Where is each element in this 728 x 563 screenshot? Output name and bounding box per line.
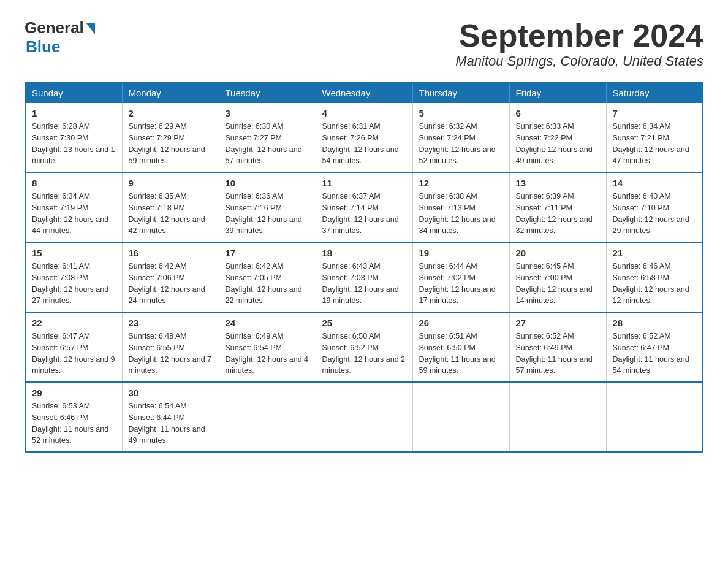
day-info: Sunrise: 6:46 AMSunset: 6:58 PMDaylight:… — [613, 261, 697, 307]
day-info: Sunrise: 6:42 AMSunset: 7:05 PMDaylight:… — [226, 261, 309, 307]
day-info: Sunrise: 6:41 AMSunset: 7:08 PMDaylight:… — [32, 261, 116, 307]
header-saturday: Saturday — [606, 82, 703, 103]
calendar-week-row: 15Sunrise: 6:41 AMSunset: 7:08 PMDayligh… — [25, 242, 703, 312]
calendar-day-cell: 2Sunrise: 6:29 AMSunset: 7:29 PMDaylight… — [122, 103, 219, 172]
calendar-week-row: 29Sunrise: 6:53 AMSunset: 6:46 PMDayligh… — [25, 382, 703, 452]
day-number: 28 — [613, 318, 697, 328]
day-number: 24 — [226, 318, 309, 328]
logo-general-text: General — [25, 18, 84, 37]
calendar-day-cell: 27Sunrise: 6:52 AMSunset: 6:49 PMDayligh… — [509, 312, 606, 382]
calendar-day-cell: 24Sunrise: 6:49 AMSunset: 6:54 PMDayligh… — [219, 312, 316, 382]
calendar-week-row: 22Sunrise: 6:47 AMSunset: 6:57 PMDayligh… — [25, 312, 703, 382]
day-number: 10 — [226, 178, 309, 188]
day-number: 5 — [419, 108, 503, 118]
calendar-week-row: 1Sunrise: 6:28 AMSunset: 7:30 PMDaylight… — [25, 103, 703, 172]
day-info: Sunrise: 6:31 AMSunset: 7:26 PMDaylight:… — [322, 121, 406, 167]
day-info: Sunrise: 6:28 AMSunset: 7:30 PMDaylight:… — [32, 121, 116, 167]
header-monday: Monday — [122, 82, 219, 103]
day-info: Sunrise: 6:49 AMSunset: 6:54 PMDaylight:… — [226, 331, 309, 377]
day-info: Sunrise: 6:32 AMSunset: 7:24 PMDaylight:… — [419, 121, 503, 167]
location-title: Manitou Springs, Colorado, United States — [455, 53, 703, 69]
day-info: Sunrise: 6:54 AMSunset: 6:44 PMDaylight:… — [129, 400, 213, 446]
day-info: Sunrise: 6:36 AMSunset: 7:16 PMDaylight:… — [226, 191, 309, 237]
day-number: 19 — [419, 248, 503, 258]
day-number: 18 — [322, 248, 406, 258]
day-info: Sunrise: 6:38 AMSunset: 7:13 PMDaylight:… — [419, 191, 503, 237]
calendar-header-row: SundayMondayTuesdayWednesdayThursdayFrid… — [25, 82, 703, 103]
day-info: Sunrise: 6:51 AMSunset: 6:50 PMDaylight:… — [419, 331, 503, 377]
calendar-day-cell: 23Sunrise: 6:48 AMSunset: 6:55 PMDayligh… — [122, 312, 219, 382]
calendar-day-cell: 14Sunrise: 6:40 AMSunset: 7:10 PMDayligh… — [606, 172, 703, 242]
calendar-day-cell — [509, 382, 606, 452]
calendar-day-cell: 16Sunrise: 6:42 AMSunset: 7:06 PMDayligh… — [122, 242, 219, 312]
header-wednesday: Wednesday — [316, 82, 412, 103]
calendar-day-cell: 29Sunrise: 6:53 AMSunset: 6:46 PMDayligh… — [25, 382, 122, 452]
calendar-table: SundayMondayTuesdayWednesdayThursdayFrid… — [25, 82, 703, 453]
calendar-day-cell — [219, 382, 316, 452]
calendar-day-cell: 9Sunrise: 6:35 AMSunset: 7:18 PMDaylight… — [122, 172, 219, 242]
day-info: Sunrise: 6:50 AMSunset: 6:52 PMDaylight:… — [322, 331, 406, 377]
day-info: Sunrise: 6:33 AMSunset: 7:22 PMDaylight:… — [516, 121, 600, 167]
day-info: Sunrise: 6:52 AMSunset: 6:47 PMDaylight:… — [613, 331, 697, 377]
calendar-day-cell: 28Sunrise: 6:52 AMSunset: 6:47 PMDayligh… — [606, 312, 703, 382]
day-number: 21 — [613, 248, 697, 258]
calendar-day-cell: 30Sunrise: 6:54 AMSunset: 6:44 PMDayligh… — [122, 382, 219, 452]
calendar-day-cell: 13Sunrise: 6:39 AMSunset: 7:11 PMDayligh… — [509, 172, 606, 242]
calendar-day-cell: 8Sunrise: 6:34 AMSunset: 7:19 PMDaylight… — [25, 172, 122, 242]
logo: General Blue — [25, 18, 95, 56]
day-number: 27 — [516, 318, 600, 328]
calendar-day-cell: 10Sunrise: 6:36 AMSunset: 7:16 PMDayligh… — [219, 172, 316, 242]
month-title: September 2024 — [455, 18, 703, 53]
day-info: Sunrise: 6:53 AMSunset: 6:46 PMDaylight:… — [32, 400, 116, 446]
header-friday: Friday — [509, 82, 606, 103]
day-number: 23 — [129, 318, 213, 328]
title-area: September 2024 Manitou Springs, Colorado… — [455, 18, 703, 69]
day-number: 12 — [419, 178, 503, 188]
page-header: General Blue September 2024 Manitou Spri… — [25, 18, 703, 69]
calendar-day-cell: 4Sunrise: 6:31 AMSunset: 7:26 PMDaylight… — [316, 103, 412, 172]
calendar-day-cell — [412, 382, 509, 452]
day-number: 7 — [613, 108, 697, 118]
day-info: Sunrise: 6:29 AMSunset: 7:29 PMDaylight:… — [129, 121, 213, 167]
day-info: Sunrise: 6:47 AMSunset: 6:57 PMDaylight:… — [32, 331, 116, 377]
calendar-week-row: 8Sunrise: 6:34 AMSunset: 7:19 PMDaylight… — [25, 172, 703, 242]
day-number: 14 — [613, 178, 697, 188]
day-number: 9 — [129, 178, 213, 188]
day-info: Sunrise: 6:45 AMSunset: 7:00 PMDaylight:… — [516, 261, 600, 307]
calendar-day-cell: 6Sunrise: 6:33 AMSunset: 7:22 PMDaylight… — [509, 103, 606, 172]
day-number: 16 — [129, 248, 213, 258]
day-info: Sunrise: 6:42 AMSunset: 7:06 PMDaylight:… — [129, 261, 213, 307]
day-info: Sunrise: 6:43 AMSunset: 7:03 PMDaylight:… — [322, 261, 406, 307]
day-number: 17 — [226, 248, 309, 258]
day-info: Sunrise: 6:30 AMSunset: 7:27 PMDaylight:… — [226, 121, 309, 167]
day-number: 29 — [32, 388, 116, 398]
day-number: 20 — [516, 248, 600, 258]
day-number: 15 — [32, 248, 116, 258]
calendar-day-cell: 17Sunrise: 6:42 AMSunset: 7:05 PMDayligh… — [219, 242, 316, 312]
header-tuesday: Tuesday — [219, 82, 316, 103]
day-number: 26 — [419, 318, 503, 328]
calendar-day-cell: 12Sunrise: 6:38 AMSunset: 7:13 PMDayligh… — [412, 172, 509, 242]
logo-arrow-icon — [86, 23, 95, 34]
day-number: 6 — [516, 108, 600, 118]
day-info: Sunrise: 6:52 AMSunset: 6:49 PMDaylight:… — [516, 331, 600, 377]
calendar-day-cell: 7Sunrise: 6:34 AMSunset: 7:21 PMDaylight… — [606, 103, 703, 172]
day-number: 30 — [129, 388, 213, 398]
calendar-day-cell — [316, 382, 412, 452]
day-info: Sunrise: 6:37 AMSunset: 7:14 PMDaylight:… — [322, 191, 406, 237]
calendar-day-cell: 22Sunrise: 6:47 AMSunset: 6:57 PMDayligh… — [25, 312, 122, 382]
calendar-day-cell: 5Sunrise: 6:32 AMSunset: 7:24 PMDaylight… — [412, 103, 509, 172]
calendar-day-cell — [606, 382, 703, 452]
header-thursday: Thursday — [412, 82, 509, 103]
calendar-day-cell: 26Sunrise: 6:51 AMSunset: 6:50 PMDayligh… — [412, 312, 509, 382]
calendar-day-cell: 25Sunrise: 6:50 AMSunset: 6:52 PMDayligh… — [316, 312, 412, 382]
day-number: 8 — [32, 178, 116, 188]
day-info: Sunrise: 6:40 AMSunset: 7:10 PMDaylight:… — [613, 191, 697, 237]
calendar-day-cell: 19Sunrise: 6:44 AMSunset: 7:02 PMDayligh… — [412, 242, 509, 312]
day-info: Sunrise: 6:34 AMSunset: 7:21 PMDaylight:… — [613, 121, 697, 167]
day-info: Sunrise: 6:34 AMSunset: 7:19 PMDaylight:… — [32, 191, 116, 237]
calendar-day-cell: 18Sunrise: 6:43 AMSunset: 7:03 PMDayligh… — [316, 242, 412, 312]
day-number: 11 — [322, 178, 406, 188]
logo-blue-text: Blue — [26, 37, 60, 56]
day-number: 25 — [322, 318, 406, 328]
